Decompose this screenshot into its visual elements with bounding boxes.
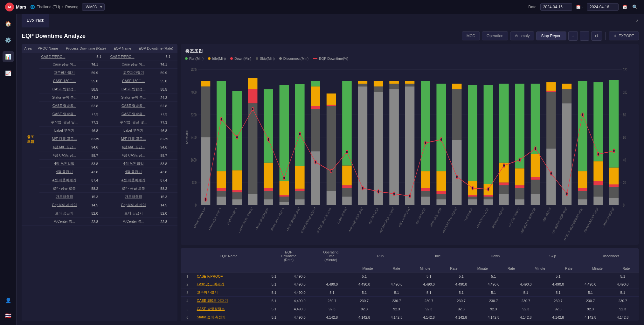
bt-disc-rate: 92.3	[606, 305, 639, 313]
left-eqp-name[interactable]: Gap라이너 삽입	[108, 201, 159, 209]
left-proc-name[interactable]: Stator 높이 측...	[39, 93, 90, 102]
left-proc-name[interactable]: 4점 융접기	[39, 168, 90, 176]
left-eqp-name[interactable]: 4점 CASE 공...	[108, 151, 159, 160]
left-proc-name[interactable]: 로타 공급 로봇	[39, 184, 90, 193]
sidebar-user-icon[interactable]: 👤	[3, 294, 14, 306]
bt-sub-skip-min: Minute	[524, 264, 556, 273]
left-proc-name[interactable]: CASE 열박음...	[39, 102, 90, 110]
left-eqp-name[interactable]: M/F 단품 공급...	[108, 135, 159, 143]
tab-chevron-up[interactable]: ∧	[636, 18, 639, 23]
left-proc-name[interactable]: CASE F/PRO...	[39, 53, 90, 60]
left-eqp-name[interactable]: M/Center 측...	[108, 218, 159, 226]
left-eqp-name[interactable]: Stator 높이 측...	[108, 93, 159, 102]
left-table-scroll[interactable]: 총조조립 CASE F/PRO... 5.1 CASE F/PRO... 5.1…	[22, 53, 177, 321]
left-proc-name[interactable]: CASE 180도...	[39, 77, 90, 85]
bt-sub-skip-rate: Rate	[556, 264, 581, 273]
left-eqp-name[interactable]: 로타 공급 로봇	[108, 184, 159, 193]
left-eqp-name[interactable]: CASE F/PRO...	[108, 53, 159, 60]
svg-rect-63	[311, 106, 320, 109]
tab-evotrack[interactable]: EvoTrack	[22, 14, 49, 27]
bt-disc-rate: 4,142.8	[606, 313, 639, 322]
bt-col-op-time: OperatingTime(Minute)	[310, 248, 352, 264]
left-proc-rate: 59.9	[89, 69, 108, 77]
bt-eqp-name[interactable]: Case 공급 이재기	[197, 282, 225, 286]
wm-selector-wrapper[interactable]: WM03	[82, 3, 105, 11]
left-eqp-name[interactable]: 4점 융접기	[108, 168, 159, 176]
left-proc-name[interactable]: 수작업, 결선 및...	[39, 118, 90, 127]
left-eqp-name[interactable]: 4점 배출이재기	[108, 176, 159, 184]
sidebar-chart-icon[interactable]: 📊	[3, 51, 14, 62]
sidebar-analytics-icon[interactable]: 📈	[3, 67, 14, 79]
stop-report-button[interactable]: Stop Report	[536, 31, 566, 40]
operation-button[interactable]: Operation	[482, 31, 508, 40]
left-proc-name[interactable]: 4점 배출이재기	[39, 176, 90, 184]
bt-eqp-name[interactable]: CASE F/PROOF	[197, 274, 223, 278]
left-proc-name[interactable]: 가로터측정	[39, 193, 90, 201]
bt-disc-min: 4,142.8	[574, 313, 607, 322]
left-eqp-name[interactable]: CASE 180도...	[108, 77, 159, 85]
sidebar-settings-icon[interactable]: ⚙️	[3, 34, 14, 46]
left-eqp-name[interactable]: CASE 열박음...	[108, 102, 159, 110]
svg-text:40: 40	[623, 157, 626, 163]
left-proc-name[interactable]: 4점 CASE 공...	[39, 151, 90, 160]
date-from-input[interactable]	[540, 3, 572, 11]
svg-rect-46	[264, 163, 273, 188]
svg-rect-61	[311, 151, 320, 205]
left-proc-name[interactable]: M/Center 측...	[39, 218, 90, 226]
anomaly-button[interactable]: Anomaly	[510, 31, 535, 40]
svg-rect-130	[515, 185, 524, 188]
bt-sub-run-rate: Rate	[384, 264, 409, 273]
refresh-button[interactable]: ↺	[591, 31, 602, 41]
left-eqp-name[interactable]: 4점 M/F 압입	[108, 160, 159, 168]
left-eqp-name[interactable]: CASE 열박음...	[108, 110, 159, 118]
left-proc-name[interactable]: M/F 단품 공급...	[39, 135, 90, 143]
bt-eqp-name[interactable]: Stator 높이 측정기	[197, 315, 225, 319]
svg-text:3점 융접기 배출 채널: 3점 융접기 배출 채널	[551, 206, 567, 235]
left-proc-name[interactable]: Gap라이너 삽입	[39, 201, 90, 209]
export-button[interactable]: ⬆ EXPORT	[609, 31, 639, 40]
svg-point-193	[205, 197, 207, 201]
mcc-button[interactable]: MCC	[462, 31, 480, 40]
bt-eqp-name[interactable]: CASE 방향정렬부	[197, 307, 225, 311]
left-proc-name[interactable]: CASE 방향정...	[39, 85, 90, 93]
left-eqp-name[interactable]: Label 부착기	[108, 127, 159, 135]
sidebar-home-icon[interactable]: 🏠	[3, 18, 14, 29]
left-eqp-rate: 52.0	[158, 209, 177, 218]
left-proc-name[interactable]: Label 부착기	[39, 127, 90, 135]
left-eqp-name[interactable]: Case 공급 이...	[108, 60, 159, 69]
left-eqp-name[interactable]: 로타 공급기	[108, 209, 159, 218]
left-proc-name[interactable]: CASE 열박음...	[39, 110, 90, 118]
left-eqp-name[interactable]: 수작업, 결선 및...	[108, 118, 159, 127]
left-proc-name[interactable]: 4점 M/F 공급...	[39, 143, 90, 151]
left-proc-name[interactable]: 4점 M/F 압입	[39, 160, 90, 168]
left-eqp-name[interactable]: 4점 M/F 공급...	[108, 143, 159, 151]
left-eqp-name[interactable]: 가로터측정	[108, 193, 159, 201]
svg-rect-55	[295, 199, 305, 205]
left-table-row: 로타 공급기 52.0 로타 공급기 52.0	[22, 209, 177, 218]
bt-eqp-name[interactable]: 고주파가열기	[197, 290, 218, 294]
svg-rect-161	[609, 198, 619, 205]
left-eqp-name[interactable]: 고주파가열기	[108, 69, 159, 77]
bt-eqp-rate: 5.1	[264, 305, 283, 313]
left-proc-name[interactable]: 고주파가열기	[39, 69, 90, 77]
minus-button[interactable]: −	[580, 31, 589, 41]
plus-button[interactable]: +	[568, 31, 578, 41]
legend-eqp-label: EQP Downtime(%)	[319, 57, 348, 60]
left-table-row: CASE 열박음... 77.3 CASE 열박음... 77.3	[22, 110, 177, 118]
svg-rect-165	[609, 80, 619, 167]
wm-select[interactable]: WM03	[82, 3, 105, 11]
svg-rect-156	[593, 185, 603, 197]
bottom-table-scroll[interactable]: 1 CASE F/PROOF 5.1 4,490.0 - 5.1 - 5.1 5…	[181, 273, 639, 321]
bt-eqp-name[interactable]: CASE 180도 이재기	[197, 299, 228, 302]
sidebar-flag-icon[interactable]: 🇹🇭	[3, 310, 14, 321]
legend-dot-run	[185, 57, 188, 60]
date-to-input[interactable]	[587, 3, 619, 11]
svg-point-203	[362, 186, 364, 190]
svg-rect-140	[546, 149, 556, 205]
left-eqp-name[interactable]: CASE 방향정...	[108, 85, 159, 93]
left-proc-name[interactable]: Case 공급 이...	[39, 60, 90, 69]
search-button[interactable]: 🔍	[631, 3, 639, 11]
svg-rect-135	[531, 180, 540, 194]
left-proc-name[interactable]: 로타 공급기	[39, 209, 90, 218]
bottom-table-row: 5 CASE 방향정렬부 5.1 4,490.0 92.3 92.3 92.3 …	[181, 305, 639, 313]
